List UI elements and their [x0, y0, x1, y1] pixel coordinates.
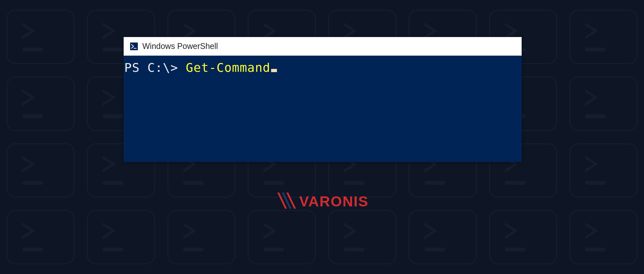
bg-ps-tile [167, 210, 236, 264]
terminal-prompt: PS C:\> [124, 61, 186, 75]
powershell-icon [130, 43, 138, 50]
terminal-body[interactable]: PS C:\> Get-Command [124, 56, 522, 162]
bg-ps-tile [328, 210, 396, 264]
brand-logo: VARONIS [275, 192, 369, 211]
bg-ps-tile [6, 210, 75, 264]
bg-ps-tile [569, 210, 638, 264]
terminal-command: Get-Command [186, 61, 270, 75]
bg-ps-tile [569, 10, 638, 64]
varonis-mark-icon [275, 192, 296, 211]
bg-ps-tile [489, 210, 557, 264]
bg-ps-tile [409, 210, 477, 264]
titlebar[interactable]: Windows PowerShell [124, 37, 522, 56]
window-title: Windows PowerShell [142, 42, 218, 51]
brand-name: VARONIS [299, 193, 369, 210]
bg-ps-tile [87, 210, 155, 264]
bg-ps-tile [6, 143, 75, 198]
powershell-window[interactable]: Windows PowerShell PS C:\> Get-Command [124, 37, 522, 162]
bg-ps-tile [569, 76, 638, 131]
bg-ps-tile [6, 10, 75, 64]
bg-ps-tile [6, 76, 75, 131]
bg-ps-tile [248, 210, 316, 264]
terminal-cursor [271, 69, 277, 72]
bg-ps-tile [569, 143, 638, 198]
